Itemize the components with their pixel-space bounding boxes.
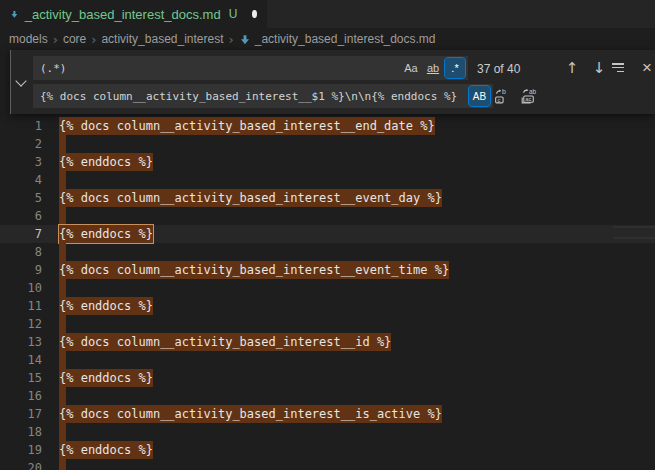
replace-all-button[interactable]: ab ac: [517, 86, 539, 106]
editor-line-16[interactable]: 16: [0, 387, 655, 405]
svg-text:b: b: [502, 88, 506, 95]
line-number: 20: [0, 459, 59, 470]
replace-icon: b c: [493, 88, 510, 105]
find-match-newline: [59, 459, 66, 470]
line-number: 3: [0, 153, 59, 171]
breadcrumb: models › core › activity_based_interest …: [0, 28, 655, 50]
git-status-badge: U: [229, 7, 238, 21]
breadcrumb-separator: ›: [229, 32, 234, 47]
editor-line-17[interactable]: 17{% docs column__activity_based_interes…: [0, 405, 655, 423]
line-number: 14: [0, 351, 59, 369]
find-match-newline: [59, 423, 66, 441]
close-find-widget-button[interactable]: ×: [636, 58, 655, 78]
editor-line-14[interactable]: 14: [0, 351, 655, 369]
breadcrumb-item-core[interactable]: core: [63, 32, 86, 46]
editor-line-9[interactable]: 9{% docs column__activity_based_interest…: [0, 261, 655, 279]
editor-line-12[interactable]: 12: [0, 315, 655, 333]
line-number: 19: [0, 441, 59, 459]
line-number: 17: [0, 405, 59, 423]
svg-text:ab: ab: [529, 88, 537, 95]
line-number: 5: [0, 189, 59, 207]
find-match-newline: [59, 171, 66, 189]
line-number: 13: [0, 333, 59, 351]
find-match-text: {% enddocs %}: [59, 153, 153, 171]
editor-line-1[interactable]: 1{% docs column__activity_based_interest…: [0, 117, 655, 135]
editor-line-3[interactable]: 3{% enddocs %}: [0, 153, 655, 171]
find-match-text: {% enddocs %}: [59, 297, 153, 315]
editor-line-2[interactable]: 2: [0, 135, 655, 153]
next-match-button[interactable]: ↓: [588, 58, 610, 78]
tab-title: _activity_based_interest_docs.md: [25, 7, 221, 22]
line-number: 6: [0, 207, 59, 225]
find-in-selection-button[interactable]: [612, 58, 634, 78]
tab-bar: _activity_based_interest_docs.md U: [0, 0, 655, 28]
line-number: 12: [0, 315, 59, 333]
line-number: 18: [0, 423, 59, 441]
close-icon: ×: [642, 58, 652, 78]
editor-line-18[interactable]: 18: [0, 423, 655, 441]
find-match-newline: [59, 351, 66, 369]
find-match-text: {% docs column__activity_based_interest_…: [59, 117, 435, 135]
markdown-file-icon: [10, 7, 19, 22]
editor-lines[interactable]: 1{% docs column__activity_based_interest…: [0, 117, 655, 470]
editor-line-8[interactable]: 8: [0, 243, 655, 261]
find-replace-widget: (.*) Aa ab .* 37 of 40 ↑ ↓ × {% docs col…: [10, 50, 655, 114]
line-number: 11: [0, 297, 59, 315]
replace-value: {% docs column__activity_based_interest_…: [40, 90, 467, 103]
replace-button[interactable]: b c: [490, 86, 512, 106]
toggle-replace-chevron-down-icon[interactable]: [15, 75, 26, 86]
editor-line-5[interactable]: 5{% docs column__activity_based_interest…: [0, 189, 655, 207]
editor-line-7[interactable]: 7{% enddocs %}: [0, 225, 655, 243]
breadcrumb-separator: ›: [53, 32, 58, 47]
find-match-text: {% enddocs %}: [59, 225, 153, 243]
replace-input[interactable]: {% docs column__activity_based_interest_…: [33, 84, 493, 108]
find-match-newline: [59, 207, 66, 225]
whole-word-toggle[interactable]: ab: [423, 58, 443, 78]
match-count: 37 of 40: [477, 62, 520, 76]
find-match-text: {% docs column__activity_based_interest_…: [59, 405, 442, 423]
line-number: 1: [0, 117, 59, 135]
find-match-newline: [59, 243, 66, 261]
editor-line-20[interactable]: 20: [0, 459, 655, 470]
editor-line-19[interactable]: 19{% enddocs %}: [0, 441, 655, 459]
editor-line-4[interactable]: 4: [0, 171, 655, 189]
markdown-file-icon: [239, 34, 251, 49]
regex-toggle[interactable]: .*: [445, 58, 465, 78]
breadcrumb-separator: ›: [91, 32, 96, 47]
line-number: 4: [0, 171, 59, 189]
editor-line-6[interactable]: 6: [0, 207, 655, 225]
line-number: 2: [0, 135, 59, 153]
preserve-case-toggle[interactable]: AB: [469, 86, 490, 106]
editor-tab[interactable]: _activity_based_interest_docs.md U: [0, 0, 268, 28]
line-number: 7: [0, 225, 59, 243]
line-number: 15: [0, 369, 59, 387]
arrow-up-icon: ↑: [566, 59, 579, 77]
find-match-newline: [59, 279, 66, 297]
breadcrumb-item-models[interactable]: models: [9, 32, 48, 46]
replace-all-icon: ab ac: [519, 88, 537, 105]
find-match-text: {% enddocs %}: [59, 441, 153, 459]
find-query: (.*): [40, 62, 399, 75]
line-number: 8: [0, 243, 59, 261]
previous-match-button[interactable]: ↑: [561, 58, 583, 78]
overview-ruler-mark: [613, 237, 655, 239]
arrow-down-icon: ↓: [593, 59, 606, 77]
editor-line-10[interactable]: 10: [0, 279, 655, 297]
editor-line-13[interactable]: 13{% docs column__activity_based_interes…: [0, 333, 655, 351]
find-match-text: {% docs column__activity_based_interest_…: [59, 261, 449, 279]
find-match-newline: [59, 387, 66, 405]
find-match-newline: [59, 315, 66, 333]
line-number: 9: [0, 261, 59, 279]
match-case-toggle[interactable]: Aa: [401, 58, 421, 78]
overview-ruler-mark: [613, 226, 655, 228]
editor-line-11[interactable]: 11{% enddocs %}: [0, 297, 655, 315]
breadcrumb-item-activity-based-interest[interactable]: activity_based_interest: [101, 32, 223, 46]
find-match-newline: [59, 135, 66, 153]
find-match-text: {% enddocs %}: [59, 369, 153, 387]
line-number: 16: [0, 387, 59, 405]
find-input[interactable]: (.*) Aa ab .*: [33, 56, 468, 80]
unsaved-changes-dot[interactable]: [252, 10, 257, 18]
find-match-text: {% docs column__activity_based_interest_…: [59, 333, 391, 351]
breadcrumb-item-filename[interactable]: _activity_based_interest_docs.md: [255, 32, 436, 46]
editor-line-15[interactable]: 15{% enddocs %}: [0, 369, 655, 387]
